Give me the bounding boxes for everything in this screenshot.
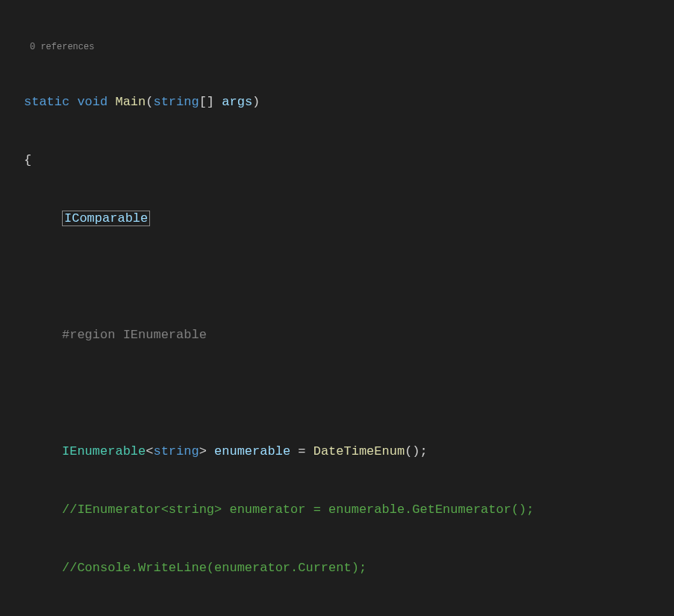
code-line[interactable] [0, 384, 674, 403]
code-line[interactable]: { [0, 151, 674, 170]
punct: = [290, 444, 313, 458]
code-line[interactable]: #region IEnumerable [0, 326, 674, 345]
code-line[interactable]: IEnumerable<string> enumerable = DateTim… [0, 442, 674, 461]
keyword-string: string [153, 95, 199, 109]
code-line[interactable]: //IEnumerator<string> enumerator = enume… [0, 500, 674, 520]
code-line[interactable] [0, 267, 674, 287]
punct: < [146, 444, 153, 458]
region-start[interactable]: #region IEnumerable [62, 328, 207, 342]
comment: //IEnumerator<string> enumerator = enume… [62, 503, 534, 517]
keyword-string: string [153, 444, 199, 458]
type-ienumerable: IEnumerable [62, 444, 146, 458]
method-datetimeenum: DateTimeEnum [313, 444, 405, 458]
highlighted-token[interactable]: IComparable [62, 211, 150, 226]
comment: //Console.WriteLine(enumerator.Current); [62, 561, 366, 575]
punct: ( [146, 95, 153, 109]
punct: [] [199, 95, 222, 109]
keyword-static: static [24, 95, 69, 109]
param-args: args [222, 95, 252, 109]
var-enumerable: enumerable [214, 444, 290, 458]
method-main: Main [115, 95, 146, 109]
punct: (); [405, 444, 428, 458]
brace-open: { [24, 153, 31, 167]
punct: > [199, 444, 214, 458]
code-line[interactable]: static void Main(string[] args) [0, 93, 674, 112]
code-editor[interactable]: 0 references static void Main(string[] a… [0, 0, 674, 616]
code-line[interactable]: IComparable [0, 209, 674, 228]
keyword-void: void [77, 95, 107, 109]
codelens-refs-0[interactable]: 0 references [0, 40, 674, 54]
punct: ) [252, 95, 260, 109]
code-line[interactable]: //Console.WriteLine(enumerator.Current); [0, 559, 674, 578]
